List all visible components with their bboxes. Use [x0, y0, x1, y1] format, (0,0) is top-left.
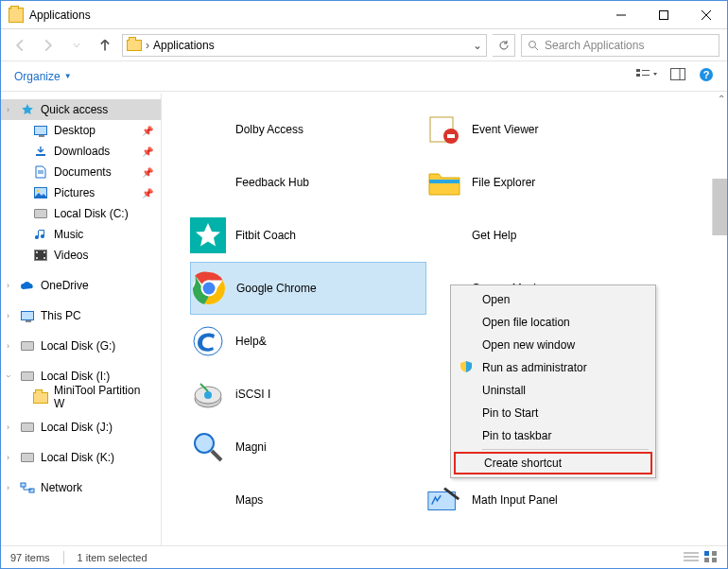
svg-point-4: [529, 41, 536, 47]
ctx-open-window[interactable]: Open new window: [454, 334, 652, 356]
app-label: Math Input Panel: [472, 493, 558, 507]
breadcrumb[interactable]: › Applications ⌄: [122, 34, 487, 57]
app-item-help[interactable]: Help&: [190, 315, 426, 368]
app-icon: [190, 112, 226, 147]
svg-rect-20: [36, 251, 38, 253]
ctx-pin-start[interactable]: Pin to Start: [454, 402, 652, 424]
icons-view-button[interactable]: [704, 551, 718, 564]
sidebar-item-label: Local Disk (K:): [41, 451, 114, 464]
sidebar-disk-g[interactable]: ›Local Disk (G:): [1, 336, 161, 356]
svg-rect-46: [712, 551, 717, 556]
sidebar-minitool[interactable]: MiniTool Partition W: [1, 387, 161, 407]
details-view-button[interactable]: [684, 551, 699, 564]
app-label: Get Help: [472, 229, 516, 242]
app-item-dolby[interactable]: Dolby Access: [190, 103, 426, 156]
sidebar-disk-k[interactable]: ›Local Disk (K:): [1, 447, 161, 468]
app-item-gethelp[interactable]: Get Help: [426, 209, 663, 262]
sidebar-videos[interactable]: Videos: [1, 245, 161, 266]
organize-menu[interactable]: Organize ▼: [14, 70, 72, 83]
app-item-maps[interactable]: Maps: [190, 474, 426, 526]
ctx-pin-taskbar[interactable]: Pin to taskbar: [454, 424, 652, 447]
app-item-eventviewer[interactable]: Event Viewer: [426, 103, 663, 156]
minimize-button[interactable]: [599, 1, 642, 28]
sidebar-this-pc[interactable]: ›This PC: [1, 305, 161, 326]
preview-pane-button[interactable]: [670, 68, 685, 84]
app-item-chrome[interactable]: Google Chrome: [190, 262, 426, 315]
pin-icon: 📌: [142, 126, 153, 136]
content-area[interactable]: ⌃ Dolby Access Event Viewer Feedback Hub…: [162, 94, 727, 545]
status-bar: 97 items 1 item selected: [1, 545, 727, 568]
app-label: Dolby Access: [235, 123, 303, 136]
svg-rect-8: [642, 70, 650, 71]
sidebar-onedrive[interactable]: ›OneDrive: [1, 275, 161, 296]
disk-icon: [21, 341, 34, 351]
ctx-open-location[interactable]: Open file location: [454, 311, 652, 334]
disk-icon: [21, 453, 34, 462]
app-item-iscsi[interactable]: iSCSI I: [190, 368, 426, 421]
sidebar-desktop[interactable]: Desktop📌: [1, 120, 161, 141]
forward-button[interactable]: [37, 34, 60, 57]
sidebar-documents[interactable]: Documents📌: [1, 162, 161, 182]
svg-rect-10: [671, 69, 685, 80]
ctx-run-admin[interactable]: Run as administrator: [454, 356, 652, 379]
app-icon: [426, 482, 462, 518]
sidebar-network[interactable]: ›Network: [1, 477, 161, 498]
search-input[interactable]: Search Applications: [521, 34, 719, 57]
view-options-button[interactable]: [636, 68, 657, 84]
app-label: Feedback Hub: [235, 176, 309, 189]
chevron-down-icon[interactable]: ⌄: [473, 39, 482, 52]
app-icon: [190, 482, 226, 518]
chevron-right-icon: ›: [7, 483, 9, 492]
recent-dropdown[interactable]: [65, 34, 88, 57]
svg-rect-28: [447, 134, 455, 138]
ctx-open[interactable]: Open: [454, 288, 652, 311]
maximize-button[interactable]: [642, 1, 685, 28]
ctx-label: Open: [482, 293, 510, 306]
folder-icon: [33, 392, 48, 404]
app-item-mathinput[interactable]: Math Input Panel: [426, 474, 663, 526]
ctx-label: Open file location: [482, 316, 570, 329]
app-label: iSCSI I: [235, 388, 270, 401]
back-button[interactable]: [9, 34, 31, 57]
sidebar-item-label: Downloads: [54, 145, 110, 158]
sidebar-quick-access[interactable]: › Quick access: [1, 99, 161, 120]
app-item-fitbit[interactable]: Fitbit Coach: [190, 209, 426, 262]
breadcrumb-label[interactable]: Applications: [153, 39, 215, 52]
svg-rect-9: [642, 75, 650, 76]
chevron-right-icon: ›: [7, 453, 9, 462]
up-button[interactable]: [94, 34, 116, 57]
svg-line-5: [535, 47, 538, 50]
sidebar-local-c[interactable]: Local Disk (C:): [1, 203, 161, 224]
sidebar-item-label: Local Disk (G:): [41, 339, 115, 353]
app-item-magnifier[interactable]: Magni: [190, 421, 426, 474]
svg-rect-21: [36, 257, 38, 259]
app-item-fileexplorer[interactable]: File Explorer: [426, 156, 663, 209]
ctx-uninstall[interactable]: Uninstall: [454, 379, 652, 402]
sidebar-music[interactable]: Music: [1, 224, 161, 245]
sidebar-item-label: Local Disk (C:): [54, 207, 129, 220]
sidebar-disk-j[interactable]: ›Local Disk (J:): [1, 417, 161, 438]
sidebar-pictures[interactable]: Pictures📌: [1, 182, 161, 203]
sidebar-item-label: Network: [41, 481, 82, 494]
chevron-right-icon: ›: [146, 39, 149, 52]
sidebar-item-label: This PC: [41, 309, 81, 322]
app-item-feedback[interactable]: Feedback Hub: [190, 156, 426, 209]
network-icon: [20, 480, 35, 495]
divider: [63, 551, 64, 564]
ctx-create-shortcut[interactable]: Create shortcut: [454, 452, 652, 474]
edge-icon: [190, 323, 226, 359]
sidebar-downloads[interactable]: Downloads📌: [1, 141, 161, 162]
chevron-down-icon: ›: [4, 375, 13, 378]
sidebar-item-label: Music: [54, 228, 83, 241]
close-button[interactable]: [685, 1, 727, 28]
help-button[interactable]: ?: [699, 67, 714, 85]
chrome-icon: [191, 270, 227, 306]
folder-icon: [127, 40, 142, 51]
disk-icon: [34, 209, 47, 218]
desktop-icon: [34, 126, 47, 135]
sidebar-item-label: Videos: [54, 249, 88, 262]
pin-icon: 📌: [142, 147, 153, 157]
sidebar-item-label: OneDrive: [41, 279, 89, 292]
ctx-label: Open new window: [482, 338, 575, 352]
refresh-button[interactable]: [493, 34, 515, 57]
